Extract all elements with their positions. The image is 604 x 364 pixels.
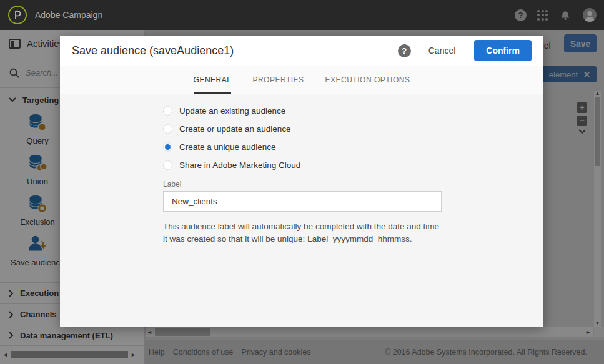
- audience-label-input[interactable]: [163, 191, 442, 212]
- topbar: Adobe Campaign ?: [0, 0, 604, 30]
- save-audience-dialog: Save audience (saveAudience1) ? Cancel C…: [60, 36, 543, 327]
- adobe-campaign-app: Adobe Campaign ? Activities Targeting: [0, 0, 604, 364]
- dialog-title: Save audience (saveAudience1): [72, 44, 398, 57]
- label-help-text: This audience label will automatically b…: [163, 220, 442, 245]
- radio-icon: [163, 106, 172, 116]
- radio-icon: [163, 124, 172, 134]
- dialog-body: Update an existing audience Create or up…: [60, 94, 543, 245]
- bell-icon[interactable]: [558, 8, 572, 22]
- confirm-button[interactable]: Confirm: [474, 40, 532, 61]
- tab-execution-options[interactable]: EXECUTION OPTIONS: [325, 66, 410, 94]
- adobe-campaign-logo: [8, 6, 27, 24]
- radio-create-or-update-audience[interactable]: Create or update an audience: [163, 120, 442, 138]
- user-avatar[interactable]: [583, 8, 597, 22]
- cancel-button[interactable]: Cancel: [428, 46, 456, 56]
- help-circle-icon[interactable]: ?: [398, 44, 411, 57]
- tab-general[interactable]: GENERAL: [194, 66, 232, 94]
- radio-share-marketing-cloud[interactable]: Share in Adobe Marketing Cloud: [163, 156, 442, 174]
- radio-update-existing-audience[interactable]: Update an existing audience: [163, 102, 442, 120]
- dialog-header: Save audience (saveAudience1) ? Cancel C…: [60, 36, 543, 66]
- app-title: Adobe Campaign: [35, 10, 102, 20]
- radio-icon: [163, 160, 172, 170]
- app-grid-icon[interactable]: [537, 10, 548, 21]
- help-circle-icon[interactable]: ?: [515, 9, 527, 21]
- dialog-tabs: GENERAL PROPERTIES EXECUTION OPTIONS: [60, 66, 543, 94]
- tab-properties[interactable]: PROPERTIES: [252, 66, 304, 94]
- radio-icon-selected: [163, 142, 172, 152]
- label-field-caption: Label: [163, 180, 543, 189]
- radio-create-unique-audience[interactable]: Create a unique audience: [163, 138, 442, 156]
